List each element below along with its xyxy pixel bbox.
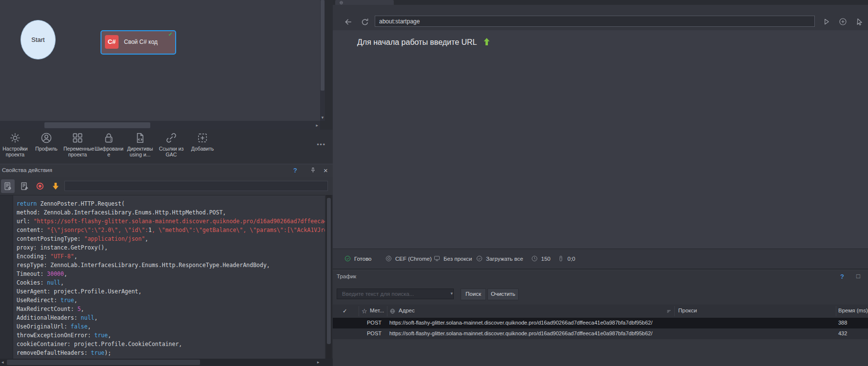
toolbar-item-label: Переменныепроекта — [63, 146, 92, 157]
status-item-load-all[interactable]: Загружать все — [476, 255, 523, 262]
code-vscrollbar-thumb[interactable] — [327, 198, 331, 344]
toolbar-item-label: Добавить — [188, 146, 217, 152]
browser-status-bar: ГотовоCEF (Chrome)Без проксиЗагружать вс… — [333, 249, 868, 269]
code-line: content: "{\"jsonrpc\":\"2.0\", \"id\":1… — [17, 226, 325, 234]
user-icon — [40, 132, 53, 144]
column-method[interactable]: Мет... — [370, 308, 384, 313]
mouse-icon — [557, 255, 565, 262]
browser-tab[interactable] — [335, 0, 394, 5]
toolbar-item-label: Профиль — [32, 146, 61, 152]
url-input[interactable] — [375, 16, 815, 27]
column-proxy[interactable]: Прокси — [678, 308, 697, 313]
star-icon[interactable]: ☆ — [362, 308, 367, 315]
back-icon[interactable] — [343, 17, 353, 27]
toolbar-item-gac-references[interactable]: Ссылки изGAC — [157, 132, 185, 157]
status-item-label: Без прокси — [444, 256, 472, 262]
scroll-left-icon[interactable]: ◂ — [1, 360, 4, 365]
status-item-label: CEF (Chrome) — [395, 256, 432, 262]
clear-button[interactable]: Очистить — [487, 289, 519, 300]
toolbar-item-project-variables[interactable]: Переменныепроекта — [63, 132, 92, 157]
column-check[interactable]: ✓ — [343, 308, 347, 314]
status-item-label: 150 — [541, 256, 550, 262]
code-line: UseRedirect: true, — [17, 296, 325, 305]
add-dashed-icon — [196, 132, 209, 144]
browser-tab-strip — [333, 0, 868, 5]
column-address[interactable]: Адрес — [399, 308, 415, 313]
code-line: UserAgent: project.Profile.UserAgent, — [17, 287, 325, 296]
scroll-down-icon[interactable]: ▾ — [320, 115, 325, 120]
canvas-hscrollbar-thumb[interactable] — [44, 122, 150, 128]
scroll-right-icon[interactable]: ▸ — [316, 123, 318, 128]
status-item-timeout[interactable]: 150 — [531, 255, 550, 262]
canvas-vscrollbar-thumb[interactable] — [321, 0, 324, 91]
status-item-no-proxy[interactable]: Без прокси — [433, 255, 472, 262]
column-separator[interactable] — [836, 306, 836, 316]
toolbar-overflow-button[interactable]: ••• — [317, 141, 326, 148]
project-toolbar: НастройкипроектаПрофильПеременныепроекта… — [0, 130, 333, 164]
help-icon[interactable]: ? — [293, 167, 297, 174]
code-editor-wrap: return ZennoPoster.HTTP.Request(method: … — [0, 195, 325, 359]
status-item-browser-engine[interactable]: CEF (Chrome) — [385, 255, 432, 262]
pin-icon[interactable] — [309, 167, 317, 174]
add-tab-icon[interactable] — [838, 17, 848, 26]
toolbar-item-profile[interactable]: Профиль — [32, 132, 61, 157]
traffic-row[interactable]: POSThttps://soft-flashy-glitter.solana-m… — [333, 328, 868, 339]
record-button[interactable] — [33, 179, 47, 193]
action-search-input[interactable] — [64, 181, 328, 191]
success-check-icon: ✓ — [168, 31, 173, 38]
search-button[interactable]: Поиск — [461, 289, 486, 300]
canvas-vscrollbar[interactable]: ▾ — [320, 0, 325, 121]
dropdown-arrow-icon[interactable]: ▾ — [450, 291, 453, 296]
canvas-hscrollbar[interactable]: ▸ — [0, 121, 320, 130]
code-gutter — [0, 195, 13, 359]
scroll-right-icon[interactable]: ▸ — [317, 360, 320, 365]
check-circle-icon — [476, 255, 483, 262]
traffic-row[interactable]: POSThttps://soft-flashy-glitter.solana-m… — [333, 318, 868, 328]
code-line: contentPostingType: "application/json", — [17, 234, 325, 243]
left-panel: Start C# Свой C# код ✓ ▾ ▸ Настройкипрое… — [0, 0, 333, 366]
code-line: respType: ZennoLab.InterfacesLibrary.Enu… — [17, 261, 325, 270]
code-vscrollbar[interactable] — [326, 195, 332, 359]
toolbar-item-using-directives[interactable]: Директивыusing и... — [126, 132, 154, 157]
action-block-csharp[interactable]: C# Свой C# код ✓ — [101, 30, 176, 55]
column-separator[interactable] — [359, 306, 359, 316]
action-block-label: Свой C# код — [124, 31, 158, 53]
record-icon — [35, 181, 45, 191]
traffic-search-input[interactable] — [337, 289, 454, 299]
reload-icon[interactable] — [360, 17, 370, 27]
run-to-action-button[interactable] — [49, 179, 62, 193]
traffic-search: ▾ — [337, 289, 454, 299]
edit-code-button[interactable] — [18, 179, 31, 193]
column-separator[interactable] — [674, 306, 675, 316]
code-line: throwExceptionOnError: true, — [17, 331, 325, 340]
toolbar-item-encryption[interactable]: Шифрование — [95, 132, 123, 157]
code-line: method: ZennoLab.InterfacesLibrary.Enums… — [17, 208, 325, 217]
start-node[interactable]: Start — [20, 20, 56, 59]
status-item-ready: Готово — [344, 255, 372, 262]
traffic-empty-area — [333, 339, 868, 366]
code-hscrollbar-thumb[interactable] — [7, 360, 200, 365]
link-icon — [165, 132, 178, 144]
maximize-icon[interactable]: □ — [856, 272, 860, 280]
status-item-label: Готово — [354, 256, 372, 262]
code-editor[interactable]: return ZennoPoster.HTTP.Request(method: … — [17, 199, 325, 359]
column-time[interactable]: Время (ms) — [838, 308, 868, 313]
status-item-mouse-pos[interactable]: 0;0 — [557, 255, 575, 262]
sort-icon[interactable] — [666, 308, 672, 314]
panel-title: Трафик — [337, 273, 356, 279]
browser-content: Для начала работы введите URL — [333, 30, 868, 249]
toolbar-item-add[interactable]: Добавить — [188, 132, 217, 157]
play-icon[interactable] — [822, 17, 831, 26]
select-element-cursor-icon[interactable] — [855, 17, 864, 26]
help-icon[interactable]: ? — [840, 273, 844, 280]
column-separator[interactable] — [387, 306, 387, 316]
action-settings-button[interactable] — [1, 179, 15, 193]
close-icon[interactable]: × — [323, 166, 328, 174]
code-hscrollbar[interactable]: ◂ ▸ — [0, 359, 333, 366]
globe-icon — [339, 0, 343, 5]
panel-title: Свойства действия — [2, 167, 52, 173]
row-time: 432 — [838, 330, 847, 336]
toolbar-item-project-settings[interactable]: Настройкипроекта — [1, 132, 29, 157]
flow-canvas[interactable]: Start C# Свой C# код ✓ ▾ — [0, 0, 325, 121]
status-item-label: 0;0 — [567, 256, 575, 262]
